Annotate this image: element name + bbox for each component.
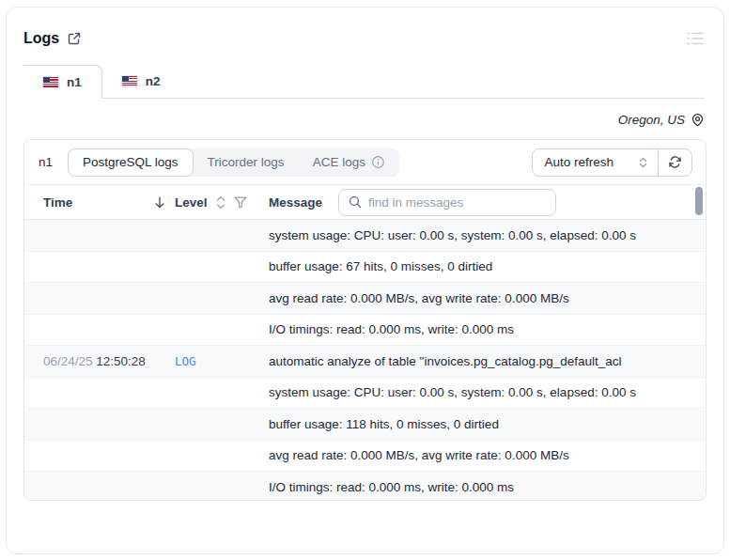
tab-label: n1 (67, 75, 82, 89)
table-row[interactable]: buffer usage: 118 hits, 0 misses, 0 dirt… (24, 409, 706, 441)
column-label: Time (43, 195, 72, 210)
message-search[interactable] (338, 189, 556, 216)
log-message: buffer usage: 67 hits, 0 misses, 0 dirti… (269, 259, 706, 273)
logs-card: Logs n1 n2 Oreg (6, 7, 724, 554)
tab-label: n2 (146, 74, 161, 88)
log-message: avg read rate: 0.000 MB/s, avg write rat… (269, 291, 706, 305)
segment-label: PostgreSQL logs (83, 155, 179, 169)
tab-n2[interactable]: n2 (102, 65, 180, 98)
scrollbar[interactable] (695, 187, 703, 497)
segment-postgresql-logs[interactable]: PostgreSQL logs (68, 148, 194, 177)
refresh-arrows-icon (668, 155, 682, 169)
external-link-icon[interactable] (67, 31, 82, 46)
log-message: automatic analyze of table "invoices.pg_… (269, 354, 706, 368)
log-message: buffer usage: 118 hits, 0 misses, 0 dirt… (269, 417, 706, 431)
column-message: Message (269, 189, 706, 216)
segment-label: Tricorder logs (208, 155, 285, 169)
tab-n1[interactable]: n1 (23, 65, 102, 99)
refresh-controls: Auto refresh (532, 148, 692, 177)
segment-tricorder-logs[interactable]: Tricorder logs (194, 148, 299, 177)
region-row: Oregon, US (7, 99, 723, 127)
map-pin-icon (691, 113, 705, 127)
region-label: Oregon, US (618, 113, 685, 127)
log-message: system usage: CPU: user: 0.00 s, system:… (269, 228, 706, 242)
arrows-up-down-icon[interactable] (216, 196, 225, 209)
chevron-up-down-icon (638, 157, 648, 168)
segment-ace-logs[interactable]: ACE logs (299, 148, 399, 177)
column-level[interactable]: Level (175, 195, 269, 210)
table-row[interactable]: I/O timings: read: 0.000 ms, write: 0.00… (24, 315, 706, 347)
log-timestamp: 06/24/25 12:50:28 (43, 354, 175, 368)
logs-panel: n1 PostgreSQL logs Tricorder logs ACE lo… (23, 139, 707, 501)
page-title: Logs (23, 30, 59, 47)
log-message: I/O timings: read: 0.000 ms, write: 0.00… (269, 322, 706, 336)
table-row[interactable]: system usage: CPU: user: 0.00 s, system:… (24, 378, 706, 410)
tab-bar: n1 n2 (23, 65, 705, 99)
log-level: LOG (175, 354, 269, 368)
column-label: Level (175, 195, 208, 210)
log-rows: system usage: CPU: user: 0.00 s, system:… (24, 220, 706, 501)
table-row[interactable]: system usage: CPU: user: 0.00 s, system:… (24, 220, 706, 252)
table-header: Time Level (24, 185, 706, 220)
column-time[interactable]: Time (43, 195, 175, 210)
scrollbar-thumb[interactable] (695, 187, 703, 215)
auto-refresh-select[interactable]: Auto refresh (533, 149, 658, 176)
log-message: avg read rate: 0.000 MB/s, avg write rat… (269, 448, 706, 462)
magnifier-icon (349, 195, 362, 209)
log-message: system usage: CPU: user: 0.00 s, system:… (269, 385, 706, 399)
funnel-icon[interactable] (234, 196, 247, 209)
auto-refresh-label: Auto refresh (544, 155, 614, 169)
table-row[interactable]: avg read rate: 0.000 MB/s, avg write rat… (24, 441, 706, 473)
node-label: n1 (39, 155, 53, 169)
segment-label: ACE logs (313, 155, 365, 169)
info-circle-icon (371, 155, 385, 169)
list-lines-icon[interactable] (686, 30, 705, 47)
search-input[interactable] (368, 195, 546, 210)
refresh-button[interactable] (658, 149, 691, 176)
log-source-switcher: PostgreSQL logs Tricorder logs ACE logs (68, 148, 399, 177)
table-row[interactable]: buffer usage: 67 hits, 0 misses, 0 dirti… (24, 252, 706, 284)
column-label: Message (269, 195, 322, 210)
arrow-down-icon[interactable] (154, 196, 165, 209)
table-row[interactable]: 06/24/25 12:50:28LOGautomatic analyze of… (24, 346, 706, 378)
us-flag-icon (122, 76, 137, 86)
log-message: I/O timings: read: 0.000 ms, write: 0.00… (269, 480, 706, 494)
logs-toolbar: n1 PostgreSQL logs Tricorder logs ACE lo… (24, 140, 706, 185)
table-row[interactable]: I/O timings: read: 0.000 ms, write: 0.00… (24, 472, 706, 501)
table-row[interactable]: avg read rate: 0.000 MB/s, avg write rat… (24, 283, 706, 315)
card-title-row: Logs (23, 30, 705, 47)
us-flag-icon (43, 77, 58, 87)
